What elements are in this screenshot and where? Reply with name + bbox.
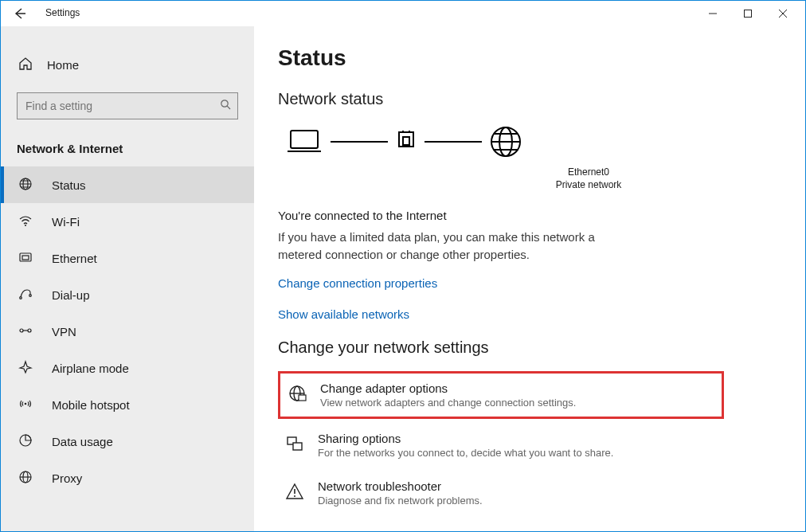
svg-point-1 bbox=[221, 100, 228, 107]
svg-rect-0 bbox=[745, 10, 752, 18]
sidebar-item-label: Mobile hotspot bbox=[52, 398, 130, 412]
sidebar: Home Network & Internet Status Wi-Fi bbox=[1, 26, 254, 531]
svg-point-8 bbox=[29, 294, 32, 296]
sidebar-item-label: Ethernet bbox=[52, 252, 97, 265]
adapter-icon bbox=[393, 126, 420, 158]
maximize-icon bbox=[743, 9, 753, 18]
sidebar-item-ethernet[interactable]: Ethernet bbox=[1, 240, 254, 276]
sidebar-item-vpn[interactable]: VPN bbox=[1, 313, 254, 350]
change-settings-heading: Change your network settings bbox=[278, 338, 805, 357]
svg-point-7 bbox=[20, 296, 22, 299]
sidebar-item-proxy[interactable]: Proxy bbox=[1, 460, 254, 496]
sidebar-item-hotspot[interactable]: Mobile hotspot bbox=[1, 386, 254, 423]
search-box[interactable] bbox=[17, 92, 238, 119]
svg-point-4 bbox=[25, 225, 26, 226]
sidebar-item-dialup[interactable]: Dial-up bbox=[1, 276, 254, 313]
svg-rect-22 bbox=[299, 395, 306, 401]
minimize-icon bbox=[708, 9, 718, 18]
change-connection-link[interactable]: Change connection properties bbox=[278, 276, 805, 290]
row-title: Sharing options bbox=[318, 432, 613, 445]
warning-icon bbox=[284, 481, 305, 502]
title-bar: Settings bbox=[1, 1, 805, 26]
svg-rect-24 bbox=[293, 443, 302, 450]
laptop-icon bbox=[283, 126, 326, 158]
network-status-heading: Network status bbox=[278, 90, 805, 108]
datausage-icon bbox=[17, 433, 34, 450]
svg-point-25 bbox=[294, 495, 295, 497]
svg-rect-6 bbox=[22, 256, 29, 260]
adapter-name: Ethernet0 bbox=[372, 166, 805, 178]
hotspot-icon bbox=[17, 397, 34, 413]
svg-rect-17 bbox=[403, 137, 409, 145]
dialup-icon bbox=[17, 287, 34, 303]
airplane-icon bbox=[17, 360, 34, 377]
sidebar-heading: Network & Internet bbox=[1, 119, 254, 166]
row-title: Network troubleshooter bbox=[318, 479, 483, 493]
sidebar-item-label: VPN bbox=[52, 325, 76, 338]
sidebar-item-label: Status bbox=[52, 178, 86, 192]
search-icon bbox=[220, 99, 231, 113]
page-title: Status bbox=[278, 45, 805, 71]
adapter-options-icon bbox=[287, 383, 307, 404]
globe-icon bbox=[487, 123, 525, 161]
row-desc: Diagnose and fix network problems. bbox=[318, 495, 483, 507]
main-content: Status Network status bbox=[254, 26, 805, 531]
minimize-button[interactable] bbox=[695, 2, 730, 25]
sidebar-item-label: Airplane mode bbox=[52, 362, 129, 375]
sidebar-item-status[interactable]: Status bbox=[1, 166, 254, 203]
svg-point-10 bbox=[28, 329, 31, 332]
globe-icon bbox=[17, 177, 34, 194]
row-desc: View network adapters and change connect… bbox=[320, 397, 576, 409]
ethernet-icon bbox=[17, 250, 34, 267]
wifi-icon bbox=[17, 213, 34, 230]
sidebar-item-label: Dial-up bbox=[52, 288, 90, 302]
sharing-icon bbox=[284, 433, 305, 454]
close-icon bbox=[778, 9, 788, 18]
sidebar-item-label: Wi-Fi bbox=[52, 215, 80, 229]
sidebar-item-label: Proxy bbox=[52, 471, 82, 485]
diagram-caption: Ethernet0 Private network bbox=[372, 166, 805, 191]
proxy-icon bbox=[17, 470, 34, 487]
change-adapter-options-row[interactable]: Change adapter options View network adap… bbox=[278, 371, 724, 419]
connected-title: You're connected to the Internet bbox=[278, 209, 805, 222]
sidebar-item-label: Data usage bbox=[52, 435, 113, 448]
row-desc: For the networks you connect to, decide … bbox=[318, 447, 613, 459]
network-type: Private network bbox=[372, 178, 805, 191]
svg-point-9 bbox=[20, 329, 23, 332]
sidebar-item-datausage[interactable]: Data usage bbox=[1, 423, 254, 460]
sidebar-item-wifi[interactable]: Wi-Fi bbox=[1, 203, 254, 240]
maximize-button[interactable] bbox=[730, 2, 765, 25]
connected-text: If you have a limited data plan, you can… bbox=[278, 229, 612, 264]
home-label: Home bbox=[47, 58, 79, 72]
diagram-connector bbox=[331, 141, 388, 143]
sharing-options-row[interactable]: Sharing options For the networks you con… bbox=[278, 424, 724, 467]
back-button[interactable] bbox=[12, 6, 28, 22]
svg-rect-15 bbox=[291, 131, 318, 148]
network-diagram bbox=[283, 123, 805, 161]
home-nav[interactable]: Home bbox=[1, 49, 254, 81]
sidebar-item-airplane[interactable]: Airplane mode bbox=[1, 350, 254, 386]
window-title: Settings bbox=[45, 7, 80, 18]
svg-point-11 bbox=[25, 402, 27, 405]
search-input[interactable] bbox=[24, 99, 220, 113]
home-icon bbox=[17, 57, 34, 73]
show-networks-link[interactable]: Show available networks bbox=[278, 307, 805, 321]
vpn-icon bbox=[17, 325, 34, 338]
arrow-left-icon bbox=[13, 6, 27, 21]
troubleshooter-row[interactable]: Network troubleshooter Diagnose and fix … bbox=[278, 471, 724, 514]
diagram-connector bbox=[425, 141, 482, 143]
row-title: Change adapter options bbox=[320, 381, 576, 395]
close-button[interactable] bbox=[765, 2, 800, 25]
